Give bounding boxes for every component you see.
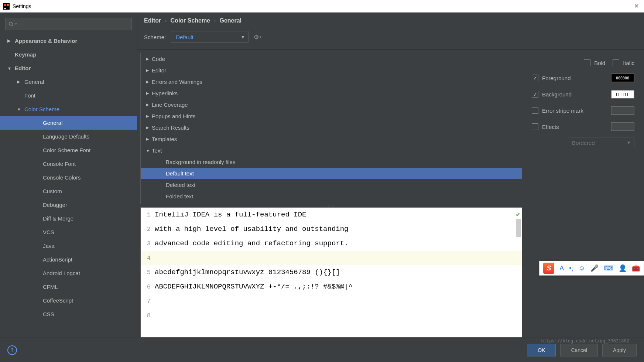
svg-rect-2 (7, 4, 9, 6)
apply-button[interactable]: Apply (602, 344, 637, 356)
crumb-scheme[interactable]: Color Scheme (171, 17, 210, 24)
ime-keyboard-icon[interactable]: ⌨ (604, 264, 613, 272)
tree-arrow-icon: ▶ (146, 114, 152, 119)
sidebar-item[interactable]: VCS (0, 225, 137, 239)
foreground-checkbox[interactable] (532, 75, 538, 81)
category-item[interactable]: Folded text (141, 191, 522, 202)
sidebar-item[interactable]: ▼Editor (0, 61, 137, 75)
category-item[interactable]: ▶Hyperlinks (141, 88, 522, 99)
sidebar-item-label: Editor (15, 65, 31, 71)
error-stripe-swatch[interactable] (611, 106, 634, 115)
search-input[interactable]: ▾ (5, 18, 132, 30)
tree-arrow-icon: ▼ (7, 66, 13, 71)
tree-arrow-icon: ▶ (146, 57, 152, 61)
tree-arrow-icon: ▶ (146, 79, 152, 84)
background-swatch[interactable]: FFFFFF (611, 90, 634, 99)
gear-icon[interactable]: ⚙▾ (254, 34, 261, 41)
category-item[interactable]: ▼Text (141, 145, 522, 156)
sidebar-item-label: ActionScript (43, 256, 72, 263)
sidebar-item-label: Java (43, 243, 55, 249)
sidebar-item-label: CoffeeScript (43, 297, 73, 304)
category-label: Code (152, 56, 165, 62)
tree-arrow-icon: ▶ (146, 102, 152, 107)
settings-tree: ▶Appearance & BehaviorKeymap▼Editor▶Gene… (0, 34, 137, 338)
category-item[interactable]: ▶Search Results (141, 122, 522, 133)
ime-punct-icon[interactable]: •, (569, 264, 573, 272)
sidebar-item-label: Console Colors (43, 174, 81, 181)
effects-type-select[interactable]: Bordered ▾ (568, 137, 634, 148)
ime-letter-icon[interactable]: A (559, 264, 564, 272)
error-stripe-row[interactable]: Error stripe mark (532, 102, 634, 119)
sidebar: ▾ ▶Appearance & BehaviorKeymap▼Editor▶Ge… (0, 13, 137, 338)
sidebar-item[interactable]: Keymap (0, 48, 137, 61)
sidebar-item[interactable]: Android Logcat (0, 266, 137, 280)
category-item[interactable]: ▶Popups and Hints (141, 110, 522, 122)
ime-user-icon[interactable]: 👤 (619, 264, 627, 272)
sidebar-item[interactable]: CSS (0, 307, 137, 321)
sidebar-item[interactable]: ▶General (0, 75, 137, 89)
scheme-select[interactable]: Default ▾ (171, 31, 249, 43)
category-item[interactable]: ▶Code (141, 53, 522, 65)
sidebar-item[interactable]: ActionScript (0, 253, 137, 266)
sidebar-item[interactable]: ▶Appearance & Behavior (0, 34, 137, 48)
category-item[interactable]: ▶Errors and Warnings (141, 76, 522, 88)
svg-line-5 (12, 25, 14, 27)
inspection-ok-icon[interactable]: ✔ (516, 210, 520, 219)
sogou-icon[interactable]: S (543, 263, 554, 274)
sidebar-item-label: General (24, 79, 44, 85)
category-label: Search Results (152, 124, 189, 131)
crumb-editor[interactable]: Editor (144, 17, 161, 24)
preview-editor: 1 2 3 4 5 6 7 8 IntelliJ IDEA is a full-… (140, 207, 522, 338)
sidebar-item[interactable]: Debugger (0, 198, 137, 212)
cancel-button[interactable]: Cancel (560, 344, 598, 356)
ime-toolbar[interactable]: S A •, ☺ 🎤 ⌨ 👤 🧰 (539, 261, 644, 276)
sidebar-item-label: CSS (43, 311, 54, 317)
sidebar-item-label: Color Scheme Font (43, 147, 90, 153)
category-label: Hyperlinks (152, 90, 178, 96)
ime-tool-icon[interactable]: 🧰 (632, 264, 640, 272)
category-item[interactable]: Deleted text (141, 179, 522, 191)
category-item[interactable]: ▶Editor (141, 65, 522, 76)
sidebar-item[interactable]: Console Font (0, 157, 137, 171)
sidebar-item-label: Custom (43, 188, 62, 194)
sidebar-item[interactable]: Diff & Merge (0, 212, 137, 225)
error-stripe-checkbox[interactable] (532, 107, 538, 114)
foreground-row[interactable]: Foreground 000000 (532, 70, 634, 86)
sidebar-item-label: Debugger (43, 202, 67, 208)
crumb-general: General (219, 17, 242, 24)
ime-emoji-icon[interactable]: ☺ (579, 264, 585, 272)
sidebar-item[interactable]: Font (0, 89, 137, 102)
category-label: Default text (166, 170, 194, 177)
category-item[interactable]: ▶Line Coverage (141, 99, 522, 110)
category-item[interactable]: Background in readonly files (141, 156, 522, 168)
sidebar-item[interactable]: CFML (0, 280, 137, 294)
category-item[interactable]: ▶Templates (141, 133, 522, 145)
effects-checkbox[interactable] (532, 123, 538, 130)
sidebar-item[interactable]: Java (0, 239, 137, 253)
tree-arrow-icon: ▶ (17, 79, 22, 84)
sidebar-item[interactable]: Color Scheme Font (0, 143, 137, 157)
effects-swatch[interactable] (611, 122, 634, 131)
category-item[interactable]: Default text (141, 168, 522, 179)
foreground-swatch[interactable]: 000000 (611, 74, 634, 82)
italic-checkbox[interactable]: Italic (613, 59, 634, 66)
ime-mic-icon[interactable]: 🎤 (590, 264, 599, 272)
ok-button[interactable]: OK (527, 344, 556, 356)
attributes-panel: Bold Italic Foreground 000000 Background… (522, 50, 644, 338)
splitter-handle[interactable]: :::::: (137, 204, 522, 207)
sidebar-item[interactable]: ▼Color Scheme (0, 102, 137, 116)
scrollbar-thumb[interactable] (516, 219, 521, 237)
background-checkbox[interactable] (532, 91, 538, 98)
scheme-value: Default (171, 34, 238, 40)
background-row[interactable]: Background FFFFFF (532, 86, 634, 102)
sidebar-item[interactable]: Console Colors (0, 171, 137, 184)
sidebar-item[interactable]: Custom (0, 184, 137, 198)
sidebar-item[interactable]: General (0, 116, 137, 130)
chevron-down-icon[interactable]: ▾ (238, 31, 248, 42)
help-button[interactable]: ? (7, 345, 17, 355)
bold-checkbox[interactable]: Bold (584, 59, 605, 66)
close-icon[interactable]: ✕ (632, 3, 641, 10)
effects-row[interactable]: Effects (532, 119, 634, 135)
sidebar-item[interactable]: CoffeeScript (0, 294, 137, 307)
sidebar-item[interactable]: Language Defaults (0, 130, 137, 143)
